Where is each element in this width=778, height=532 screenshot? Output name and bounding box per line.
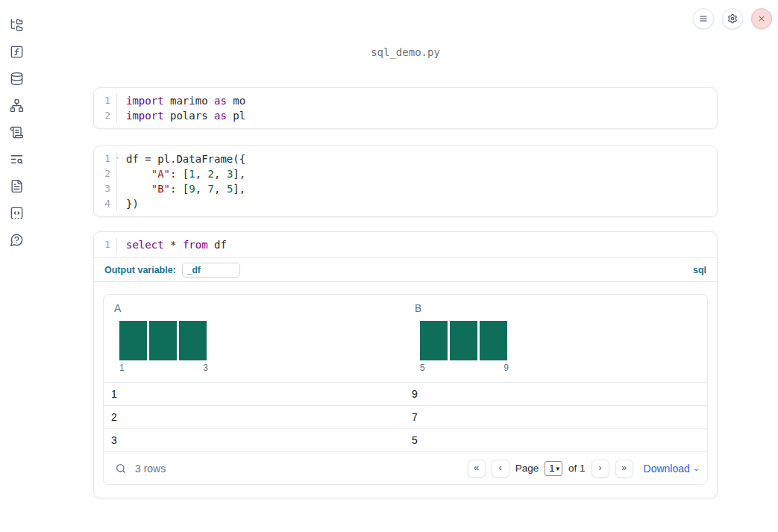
datasources-database-icon[interactable] [10,72,24,86]
marimo-app: sql_demo.py 1 import marimo as mo 2 impo… [0,0,778,532]
search-icon [115,463,127,475]
table-header-row: A 1 3 [104,295,707,382]
file-tree-icon[interactable] [10,18,24,32]
histogram-tick-min: 1 [119,363,125,373]
code-content: "A": [1, 2, 3], [116,166,717,181]
helper-panel-sidebar [0,0,33,532]
next-page-button[interactable]: › [592,460,609,478]
snippets-code-icon[interactable] [10,206,24,220]
variables-function-icon[interactable] [10,45,24,59]
notebook-filename: sql_demo.py [93,46,718,60]
sql-cell: 1 select * from df Output variable: sql … [93,231,718,498]
histogram-bar [450,321,477,360]
code-token: ], [233,168,245,180]
histogram-bar [179,321,207,360]
code-content: select * from df [116,237,717,252]
search-button[interactable] [114,462,128,475]
notebook-main: sql_demo.py 1 import marimo as mo 2 impo… [93,0,718,498]
code-cell-dataframe: 1⌄ df = pl.DataFrame({ 2 "A": [1, 2, 3],… [93,145,718,217]
chevron-right-icon: › [598,462,601,473]
page-total-label: of 1 [568,463,586,474]
settings-button[interactable] [722,8,743,29]
first-page-button[interactable]: « [468,460,486,478]
chevrons-left-icon: « [474,462,479,473]
histogram-bar [420,321,448,360]
code-editor[interactable]: 1 import marimo as mo 2 import polars as… [94,88,717,128]
code-line: 4 }) [94,196,717,211]
code-token: 7 [208,183,214,195]
close-icon [756,13,767,24]
code-content: "B": [9, 7, 5], [116,181,717,196]
column-header-label[interactable]: A [114,302,404,314]
column-histogram: 5 9 [420,321,509,373]
chevrons-right-icon: » [621,462,627,473]
code-line: 2 import polars as pl [94,108,717,123]
output-variable-input[interactable] [182,263,240,278]
download-label: Download [644,463,690,475]
line-number: 1⌄ [94,151,116,166]
histogram-bar [149,321,177,360]
line-number: 2 [94,108,116,123]
code-token: import [126,95,164,107]
code-token: "A" [151,168,170,180]
code-token: : [ [170,183,189,195]
dataframe-table: A 1 3 [103,294,708,485]
code-token: polars [164,110,214,122]
column-header-label[interactable]: B [415,302,707,314]
table-cell: 9 [404,383,707,405]
page-label: Page [515,463,539,474]
code-line: 2 "A": [1, 2, 3], [94,166,717,181]
page-select-value: 1 [549,463,554,474]
chevron-left-icon: ‹ [499,462,502,473]
help-question-icon[interactable] [10,233,24,247]
pagination: « ‹ Page 1 ▾ of 1 › » Download [468,460,700,478]
code-token: , [195,183,208,195]
table-footer: 3 rows « ‹ Page 1 ▾ of 1 › » [104,451,707,484]
code-line: 1 import marimo as mo [94,93,717,108]
code-token: select [126,239,164,251]
code-token: : [ [170,168,189,180]
histogram-tick-max: 9 [503,363,509,373]
code-token: 1 [189,168,195,180]
table-row: 2 7 [104,405,707,428]
code-token: pl [227,110,245,122]
code-token: , [195,168,208,180]
sql-options-bar: Output variable: sql [94,257,717,281]
code-token: as [214,110,227,122]
table-cell: 3 [104,429,404,451]
download-button[interactable]: Download ⌄ [644,463,700,475]
code-token: 9 [189,183,195,195]
code-editor[interactable]: 1⌄ df = pl.DataFrame({ 2 "A": [1, 2, 3],… [94,146,717,216]
logs-scroll-icon[interactable] [10,125,24,140]
last-page-button[interactable]: » [615,460,633,478]
code-token: "B" [151,183,170,195]
code-token: * [164,239,183,251]
table-cell: 2 [104,406,404,428]
code-token: import [126,110,164,122]
line-number: 4 [94,196,116,211]
column-header-a: A 1 3 [104,302,404,373]
code-token [126,183,151,195]
histogram-tick-max: 3 [203,363,208,373]
fold-chevron-icon[interactable]: ⌄ [116,154,119,160]
code-cell-imports: 1 import marimo as mo 2 import polars as… [93,87,718,129]
code-token: from [183,239,208,251]
output-variable-label: Output variable: [104,265,176,275]
code-token: df [208,239,227,251]
code-line: 1 select * from df [94,237,717,252]
outline-search-icon[interactable] [10,152,24,166]
shutdown-button[interactable] [751,8,772,29]
sql-editor[interactable]: 1 select * from df [94,232,717,257]
page-select[interactable]: 1 ▾ [545,461,562,476]
dependency-graph-icon[interactable] [10,98,24,113]
cell-output: A 1 3 [94,281,717,498]
code-content: import polars as pl [116,108,717,123]
prev-page-button[interactable]: ‹ [492,460,509,478]
chevron-down-icon: ▾ [556,465,559,472]
code-line: 1⌄ df = pl.DataFrame({ [94,151,717,166]
code-token: 2 [208,168,214,180]
gear-icon [727,13,738,24]
line-number: 2 [94,166,116,181]
code-token: df = pl.DataFrame({ [126,153,245,165]
documentation-file-icon[interactable] [10,179,24,193]
